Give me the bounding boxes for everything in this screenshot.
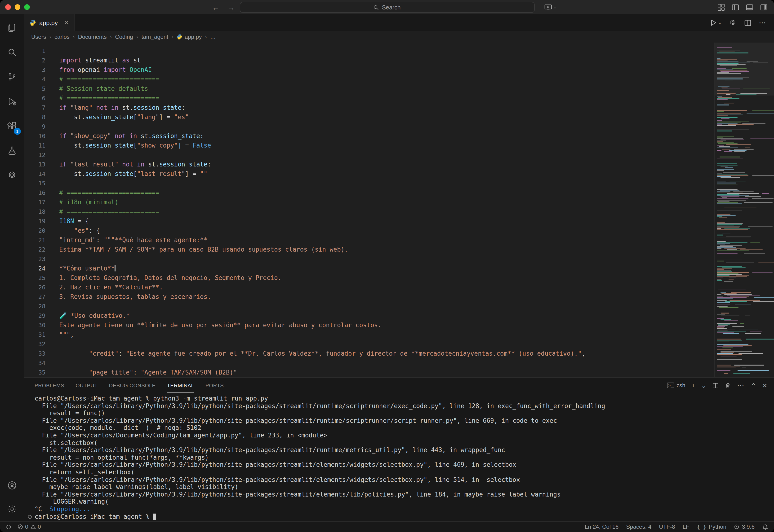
code-line[interactable]: # ========================= bbox=[59, 188, 714, 198]
code-line[interactable]: # Session state defaults bbox=[59, 84, 714, 94]
testing-icon[interactable] bbox=[4, 143, 19, 158]
line-number[interactable]: 6 bbox=[24, 94, 50, 103]
line-number[interactable]: 22 bbox=[24, 245, 50, 254]
toggle-sidebar-left-icon[interactable] bbox=[732, 4, 739, 11]
code-line[interactable]: if "last_result" not in st.session_state… bbox=[59, 160, 714, 169]
minimap[interactable] bbox=[714, 43, 774, 377]
line-number[interactable]: 15 bbox=[24, 179, 50, 188]
minimize-window-button[interactable] bbox=[15, 4, 20, 10]
forward-icon[interactable]: → bbox=[228, 3, 235, 11]
line-number[interactable]: 7 bbox=[24, 103, 50, 113]
code-line[interactable]: import streamlit as st bbox=[59, 56, 714, 65]
code-line[interactable] bbox=[59, 179, 714, 188]
line-number[interactable]: 32 bbox=[24, 340, 50, 349]
back-icon[interactable]: ← bbox=[212, 3, 219, 11]
line-number[interactable]: 28 bbox=[24, 302, 50, 311]
line-number[interactable]: 34 bbox=[24, 358, 50, 368]
tab-terminal[interactable]: TERMINAL bbox=[167, 378, 194, 393]
encoding[interactable]: UTF-8 bbox=[659, 523, 675, 530]
line-number[interactable]: 10 bbox=[24, 131, 50, 141]
maximize-panel-icon[interactable]: ⌃ bbox=[751, 382, 756, 389]
account-icon[interactable] bbox=[4, 478, 19, 493]
code-line[interactable]: "credit": "Este agente fue creado por el… bbox=[59, 349, 714, 358]
code-line[interactable]: "page_title": "Agente TAM/SAM/SOM (B2B)" bbox=[59, 368, 714, 377]
problems-indicator[interactable]: 0 0 bbox=[18, 523, 41, 530]
breadcrumb-item[interactable]: Users bbox=[31, 34, 46, 40]
breadcrumb-item-file[interactable]: app.py bbox=[176, 34, 202, 40]
line-number[interactable]: 20 bbox=[24, 226, 50, 235]
code-editor[interactable]: 1234567891011121314151617181920212223242… bbox=[24, 43, 774, 377]
command-center-search[interactable]: Search bbox=[240, 2, 534, 13]
code-line[interactable]: # i18n (minimal) bbox=[59, 198, 714, 207]
tab-problems[interactable]: PROBLEMS bbox=[35, 378, 64, 393]
customize-layout-icon[interactable] bbox=[718, 4, 725, 11]
line-number[interactable]: 11 bbox=[24, 141, 50, 150]
line-number[interactable]: 13 bbox=[24, 160, 50, 169]
run-debug-icon[interactable] bbox=[4, 94, 19, 109]
openai-icon[interactable] bbox=[4, 167, 19, 183]
code-line[interactable]: # ========================= bbox=[59, 207, 714, 217]
code-line[interactable]: if "lang" not in st.session_state: bbox=[59, 103, 714, 113]
line-number[interactable]: 30 bbox=[24, 321, 50, 330]
code-line[interactable] bbox=[59, 150, 714, 160]
code-line[interactable]: "es": { bbox=[59, 226, 714, 235]
tab-close-icon[interactable]: ✕ bbox=[64, 19, 69, 26]
code-line[interactable]: # ========================= bbox=[59, 94, 714, 103]
new-terminal-icon[interactable]: + bbox=[691, 382, 695, 389]
line-number[interactable]: 9 bbox=[24, 122, 50, 131]
line-number[interactable]: 29 bbox=[24, 311, 50, 321]
line-number[interactable]: 21 bbox=[24, 235, 50, 245]
code-line[interactable] bbox=[59, 302, 714, 311]
close-panel-icon[interactable]: ✕ bbox=[762, 382, 767, 389]
line-number[interactable]: 14 bbox=[24, 169, 50, 179]
breadcrumb-item[interactable]: Documents bbox=[78, 34, 106, 40]
code-line[interactable] bbox=[59, 358, 714, 368]
code-line[interactable]: # ========================= bbox=[59, 75, 714, 84]
zoom-window-button[interactable] bbox=[24, 4, 30, 10]
line-number[interactable]: 4 bbox=[24, 75, 50, 84]
tab-debug-console[interactable]: DEBUG CONSOLE bbox=[109, 378, 155, 393]
line-number[interactable]: 35 bbox=[24, 368, 50, 377]
line-number[interactable]: 5 bbox=[24, 84, 50, 94]
code-line[interactable]: 🧪 *Uso educativo.* bbox=[59, 311, 714, 321]
breadcrumb-item[interactable]: Coding bbox=[115, 34, 133, 40]
line-number[interactable]: 18 bbox=[24, 207, 50, 217]
code-line[interactable]: st.session_state["last_result"] = "" bbox=[59, 169, 714, 179]
code-line[interactable]: """, bbox=[59, 330, 714, 340]
notifications-bell-icon[interactable] bbox=[762, 524, 768, 530]
code-line[interactable]: if "show_copy" not in st.session_state: bbox=[59, 131, 714, 141]
line-number[interactable]: 26 bbox=[24, 283, 50, 292]
panel-more-icon[interactable]: ⋯ bbox=[737, 381, 745, 390]
code-line[interactable]: 1. Completa Geografía, Datos del negocio… bbox=[59, 273, 714, 283]
code-line[interactable]: 2. Haz clic en **Calcular**. bbox=[59, 283, 714, 292]
code-line[interactable] bbox=[59, 122, 714, 131]
terminal-profile[interactable]: >_ zsh bbox=[667, 382, 685, 389]
language-mode[interactable]: { } Python bbox=[697, 523, 726, 530]
run-python-file-button[interactable]: ⌄ bbox=[710, 19, 721, 26]
eol-selector[interactable]: LF bbox=[683, 523, 689, 530]
extensions-icon[interactable]: 1 bbox=[4, 118, 19, 133]
line-number[interactable]: 24 bbox=[24, 264, 50, 273]
line-number[interactable]: 31 bbox=[24, 330, 50, 340]
indentation[interactable]: Spaces: 4 bbox=[626, 523, 651, 530]
code-line[interactable]: "intro_md": """**Qué hace este agente:** bbox=[59, 235, 714, 245]
code-line[interactable]: Este agente tiene un **límite de uso por… bbox=[59, 321, 714, 330]
source-control-icon[interactable] bbox=[4, 69, 19, 84]
code-line[interactable]: from openai import OpenAI bbox=[59, 65, 714, 75]
line-number[interactable]: 25 bbox=[24, 273, 50, 283]
terminal-dropdown-icon[interactable]: ⌄ bbox=[701, 382, 707, 389]
line-number[interactable]: 23 bbox=[24, 254, 50, 264]
split-terminal-icon[interactable] bbox=[713, 382, 719, 388]
line-number[interactable]: 19 bbox=[24, 217, 50, 226]
cursor-position[interactable]: Ln 24, Col 16 bbox=[585, 523, 619, 530]
openai-action-icon[interactable] bbox=[729, 19, 737, 26]
toggle-sidebar-right-icon[interactable] bbox=[760, 4, 767, 11]
screen-share-control[interactable]: ⌄ bbox=[544, 4, 556, 10]
code-line[interactable]: 3. Revisa supuestos, tablas y escenarios… bbox=[59, 292, 714, 302]
code-line[interactable]: st.session_state["show_copy"] = False bbox=[59, 141, 714, 150]
settings-gear-icon[interactable] bbox=[4, 501, 19, 516]
search-view-icon[interactable] bbox=[4, 44, 19, 60]
close-window-button[interactable] bbox=[5, 4, 11, 10]
line-number[interactable]: 3 bbox=[24, 65, 50, 75]
interpreter-indicator[interactable]: 3.9.6 bbox=[734, 523, 755, 530]
